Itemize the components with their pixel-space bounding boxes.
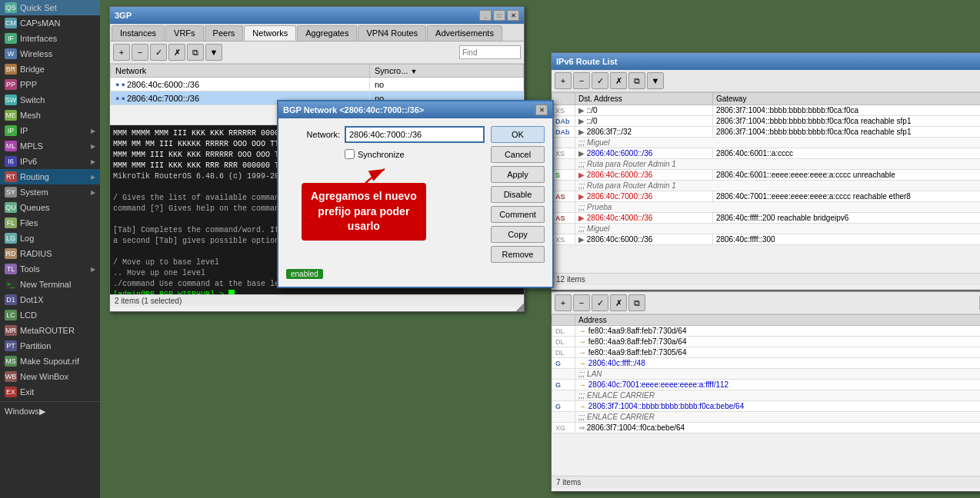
table-row[interactable]: ● ● 2806:40c:6000::/36 no <box>111 78 524 91</box>
bgp-resize[interactable] <box>516 304 524 311</box>
find-input[interactable] <box>459 45 521 59</box>
col-syncro[interactable]: Syncro... ▼ <box>370 65 524 78</box>
col-flag[interactable] <box>552 93 575 105</box>
addr-row[interactable]: G → 2806:3f7:1004::bbbb:bbbb:bbbb:f0ca:b… <box>552 401 981 412</box>
tab-networks[interactable]: Networks <box>244 25 296 41</box>
sidebar-item-files[interactable]: FL Files <box>0 215 100 231</box>
sidebar-item-interfaces[interactable]: IF Interfaces <box>0 31 100 46</box>
addr-row[interactable]: DL → fe80::4aa9:8aff:feb7:730a/64 <box>552 337 981 347</box>
remove-dialog-button[interactable]: Remove <box>491 246 545 263</box>
ipv6-check-btn[interactable]: ✓ <box>592 72 608 89</box>
sidebar-item-routing[interactable]: RT Routing ▶ <box>0 169 100 184</box>
dst-addr: ::/0 <box>587 106 598 115</box>
disable-label: Disable <box>504 190 532 199</box>
addr-remove-btn[interactable]: − <box>573 294 590 311</box>
col-network[interactable]: Network <box>111 65 370 78</box>
sidebar-item-ipv6[interactable]: I6 IPv6 ▶ <box>0 154 100 169</box>
addr-row[interactable]: XG ⇒ 2806:3f7:1004::f0ca:bebe/64 <box>552 423 981 433</box>
ipv6-filter-btn[interactable]: ▼ <box>647 72 664 89</box>
filter-button[interactable]: ▼ <box>205 44 222 61</box>
sidebar-item-quickset[interactable]: QS Quick Set <box>0 0 100 15</box>
tab-vpn4-label: VPN4 Routes <box>366 28 418 38</box>
addr-check-btn[interactable]: ✓ <box>592 294 608 311</box>
tab-advertisements[interactable]: Advertisements <box>427 25 502 41</box>
disable-button[interactable]: Disable <box>491 186 545 203</box>
ipv6-cross-btn[interactable]: ✗ <box>610 72 627 89</box>
sidebar-item-log[interactable]: LG Log <box>0 231 100 246</box>
bgp-minimize-btn[interactable]: _ <box>479 10 492 21</box>
sidebar-item-make-supout[interactable]: MS Make Supout.rif <box>0 354 100 369</box>
addr-add-btn[interactable]: + <box>555 294 572 311</box>
sidebar-item-metarouter[interactable]: MR MetaROUTER <box>0 323 100 338</box>
comment-button[interactable]: Comment <box>491 206 545 223</box>
sidebar-item-ip[interactable]: IP IP ▶ <box>0 123 100 138</box>
add-button[interactable]: + <box>113 44 130 61</box>
addr-cross-btn[interactable]: ✗ <box>610 294 627 311</box>
bgp-titlebar[interactable]: 3GP _ □ ✕ <box>110 7 524 24</box>
ipv6-add-btn[interactable]: + <box>555 72 572 89</box>
dialog-close-btn[interactable]: ✕ <box>535 105 548 115</box>
sidebar-item-ppp[interactable]: PP PPP <box>0 77 100 92</box>
route-row[interactable]: XS ▶ 2806:40c:6000::/36 2806:40c:ffff::3… <box>552 234 981 245</box>
addr-table-scroll[interactable]: Address DL → fe80::4aa9:8aff:feb7:730d/6… <box>552 314 980 476</box>
remove-button[interactable]: − <box>132 44 148 61</box>
apply-button[interactable]: Apply <box>491 166 545 183</box>
route-row[interactable]: XS ▶ 2806:40c:6000::/36 2806:40c:6001::a… <box>552 148 981 159</box>
bgp-maximize-btn[interactable]: □ <box>493 10 505 21</box>
comment-text: ;;; Miguel <box>578 138 610 147</box>
addr-row[interactable]: G → 2806:40c:ffff::/48 <box>552 358 981 369</box>
addr-row[interactable]: DL → fe80::4aa9:8aff:feb7:7305/64 <box>552 347 981 358</box>
tab-instances[interactable]: Instances <box>112 25 165 41</box>
sidebar-item-capsman[interactable]: CM CAPsMAN <box>0 15 100 31</box>
network-input[interactable] <box>345 126 485 143</box>
cancel-button[interactable]: Cancel <box>491 146 545 163</box>
tab-vrfs[interactable]: VRFs <box>165 25 204 41</box>
sidebar-item-partition[interactable]: PT Partition <box>0 338 100 354</box>
col-gateway[interactable]: Gateway <box>712 93 980 105</box>
bgp-close-btn[interactable]: ✕ <box>507 10 519 21</box>
col-addr-flag[interactable] <box>552 315 575 326</box>
copy-button[interactable]: Copy <box>491 226 545 243</box>
route-row[interactable]: DAb ▶ ::/0 2806:3f7:1004::bbbb:bbbb:bbbb… <box>552 116 981 127</box>
col-dst[interactable]: Dst. Address <box>575 93 713 105</box>
sidebar-item-wireless[interactable]: W Wireless <box>0 46 100 61</box>
sidebar-item-system[interactable]: SY System ▶ <box>0 184 100 200</box>
addr-row[interactable]: DL → fe80::4aa9:8aff:feb7:730d/64 <box>552 326 981 337</box>
col-address[interactable]: Address <box>575 315 981 326</box>
route-row[interactable]: DAb ▶ 2806:3f7::/32 2806:3f7:1004::bbbb:… <box>552 127 981 138</box>
ok-button[interactable]: OK <box>491 126 545 143</box>
sync-checkbox[interactable] <box>345 149 355 159</box>
tab-vpn4routes[interactable]: VPN4 Routes <box>358 25 426 41</box>
ipv6-titlebar[interactable]: IPv6 Route List _ □ ✕ <box>552 53 980 70</box>
cross-button[interactable]: ✗ <box>168 44 185 61</box>
sidebar-item-exit[interactable]: EX Exit <box>0 384 100 400</box>
sidebar-item-bridge[interactable]: BR Bridge <box>0 61 100 77</box>
sidebar-item-new-winbox[interactable]: WB New WinBox <box>0 369 100 384</box>
sidebar-item-terminal[interactable]: >_ New Terminal <box>0 277 100 292</box>
ipv6-remove-btn[interactable]: − <box>573 72 590 89</box>
sidebar-item-queues[interactable]: QU Queues <box>0 200 100 215</box>
sidebar-item-radius[interactable]: RD RADIUS <box>0 246 100 261</box>
route-row[interactable]: S ▶ 2806:40c:6000::/36 2806:40c:6001::ee… <box>552 170 981 181</box>
sidebar-item-tools[interactable]: TL Tools ▶ <box>0 261 100 277</box>
sidebar-item-dot1x[interactable]: D1 Dot1X <box>0 292 100 307</box>
sidebar-item-mpls[interactable]: ML MPLS ▶ <box>0 138 100 154</box>
tab-peers[interactable]: Peers <box>205 25 244 41</box>
sidebar-item-lcd[interactable]: LC LCD <box>0 307 100 323</box>
flag-dab: DAb <box>555 118 570 125</box>
sidebar-item-switch[interactable]: SW Switch <box>0 92 100 108</box>
addr-row[interactable]: G → 2806:40c:7001:eeee:eeee:eeee:a:ffff/… <box>552 380 981 390</box>
sidebar-item-windows[interactable]: Windows ▶ <box>0 403 100 419</box>
addr-copy-btn[interactable]: ⧉ <box>628 294 645 311</box>
flag-xs2: XS <box>555 150 565 158</box>
route-row[interactable]: XS ▶ ::/0 2806:3f7:1004::bbbb:bbbb:bbbb:… <box>552 105 981 116</box>
bgp-dialog-titlebar[interactable]: BGP Network <2806:40c:7000::/36> ✕ <box>278 101 552 118</box>
route-row[interactable]: AS ▶ 2806:40c:4000::/36 2806:40c:ffff::2… <box>552 213 981 224</box>
copy-toolbar-button[interactable]: ⧉ <box>187 44 204 61</box>
tab-aggregates[interactable]: Aggregates <box>297 25 357 41</box>
route-row[interactable]: AS ▶ 2806:40c:7000::/36 2806:40c:7001::e… <box>552 191 981 202</box>
ipv6-copy-btn[interactable]: ⧉ <box>628 72 645 89</box>
check-button[interactable]: ✓ <box>150 44 167 61</box>
sidebar-item-mesh[interactable]: ME Mesh <box>0 108 100 123</box>
ipv6-table-scroll[interactable]: Dst. Address Gateway Distance ▼ XS ▶ ::/… <box>552 92 980 273</box>
